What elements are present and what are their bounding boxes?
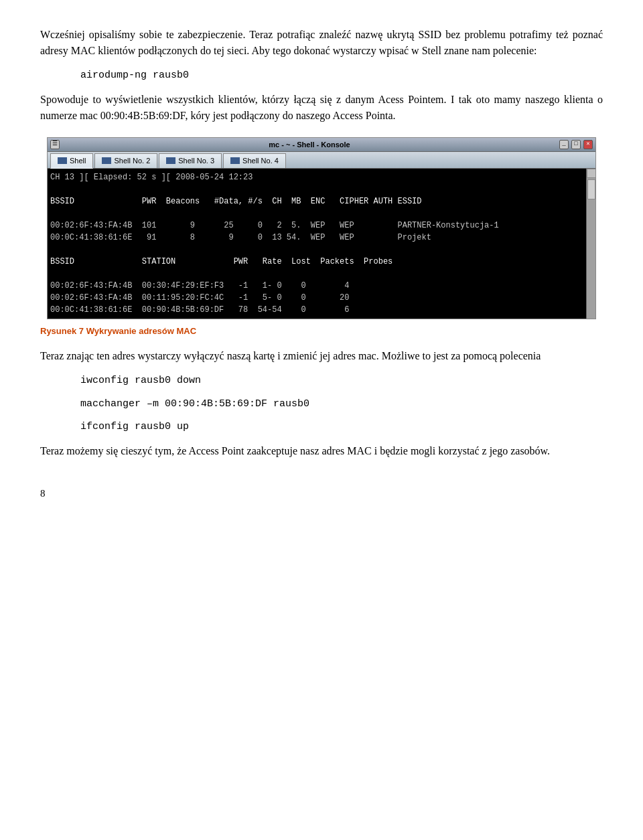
terminal-tab-shell4[interactable]: Shell No. 4 <box>223 153 286 168</box>
scroll-up-btn[interactable]: ▲ <box>587 169 596 178</box>
tab-label-4: Shell No. 4 <box>242 155 279 167</box>
tab-icon-4 <box>230 157 240 164</box>
terminal-content: CH 13 ][ Elapsed: 52 s ][ 2008-05-24 12:… <box>48 169 586 319</box>
terminal-window: ☰ mc - ~ - Shell - Konsole _ □ ✕ Shell S… <box>47 137 596 319</box>
figure-caption: Rysunek 7 Wykrywanie adresów MAC <box>40 325 603 338</box>
paragraph-3: Teraz znając ten adres wystarczy wyłączy… <box>40 348 603 364</box>
article-body: Wcześniej opisaliśmy sobie te zabezpiecz… <box>40 27 603 501</box>
terminal-close-btn[interactable]: ✕ <box>583 140 593 149</box>
code-block-3: macchanger –m 00:90:4B:5B:69:DF rausb0 <box>80 397 603 412</box>
terminal-menu-btn[interactable]: ☰ <box>50 140 60 149</box>
terminal-line-data4: 00:02:6F:43:FA:4B 00:11:95:20:FC:4C -1 5… <box>50 292 583 304</box>
tab-icon-1 <box>58 157 67 164</box>
terminal-line-data1: 00:02:6F:43:FA:4B 101 9 25 0 2 5. WEP WE… <box>50 220 583 232</box>
tab-label-1: Shell <box>70 155 86 167</box>
terminal-line-data2: 00:0C:41:38:61:6E 91 8 9 0 13 54. WEP WE… <box>50 232 583 244</box>
terminal-line-header2: BSSID STATION PWR Rate Lost Packets Prob… <box>50 256 583 268</box>
tab-icon-3 <box>166 157 175 164</box>
terminal-tabbar: Shell Shell No. 2 Shell No. 3 Shell No. … <box>48 152 595 169</box>
terminal-title: mc - ~ - Shell - Konsole <box>62 139 557 151</box>
terminal-line-blank-3 <box>50 244 583 256</box>
tab-label-2: Shell No. 2 <box>114 155 150 167</box>
code-block-4: ifconfig rausb0 up <box>80 420 603 435</box>
code-block-2: iwconfig rausb0 down <box>80 373 603 389</box>
paragraph-4: Teraz możemy się cieszyć tym, że Access … <box>40 443 603 459</box>
terminal-scrollbar[interactable]: ▲ <box>586 169 595 319</box>
terminal-line-header1: BSSID PWR Beacons #Data, #/s CH MB ENC C… <box>50 195 583 207</box>
terminal-line-data5: 00:0C:41:38:61:6E 00:90:4B:5B:69:DF 78 5… <box>50 304 583 316</box>
terminal-line-blank-2 <box>50 207 583 220</box>
terminal-tab-shell3[interactable]: Shell No. 3 <box>159 153 222 168</box>
terminal-minimize-btn[interactable]: _ <box>559 140 569 149</box>
terminal-body-wrapper: CH 13 ][ Elapsed: 52 s ][ 2008-05-24 12:… <box>48 169 595 319</box>
terminal-tab-shell2[interactable]: Shell No. 2 <box>94 153 157 168</box>
terminal-titlebar: ☰ mc - ~ - Shell - Konsole _ □ ✕ <box>48 138 595 153</box>
terminal-line-0: CH 13 ][ Elapsed: 52 s ][ 2008-05-24 12:… <box>50 171 583 183</box>
terminal-line-data3: 00:02:6F:43:FA:4B 00:30:4F:29:EF:F3 -1 1… <box>50 280 583 292</box>
tab-icon-2 <box>102 157 111 164</box>
terminal-tab-shell[interactable]: Shell <box>50 153 93 169</box>
terminal-line-blank-1 <box>50 183 583 195</box>
paragraph-1: Wcześniej opisaliśmy sobie te zabezpiecz… <box>40 27 603 59</box>
tab-label-3: Shell No. 3 <box>178 155 214 167</box>
screenshot-container: ☰ mc - ~ - Shell - Konsole _ □ ✕ Shell S… <box>40 137 603 319</box>
terminal-line-blank-4 <box>50 268 583 280</box>
terminal-maximize-btn[interactable]: □ <box>571 140 581 149</box>
code-block-1: airodump-ng rausb0 <box>80 68 603 84</box>
paragraph-2: Spowoduje to wyświetlenie wszystkich kli… <box>40 92 603 124</box>
page-number: 8 <box>40 486 603 501</box>
scroll-thumb[interactable] <box>587 179 595 199</box>
